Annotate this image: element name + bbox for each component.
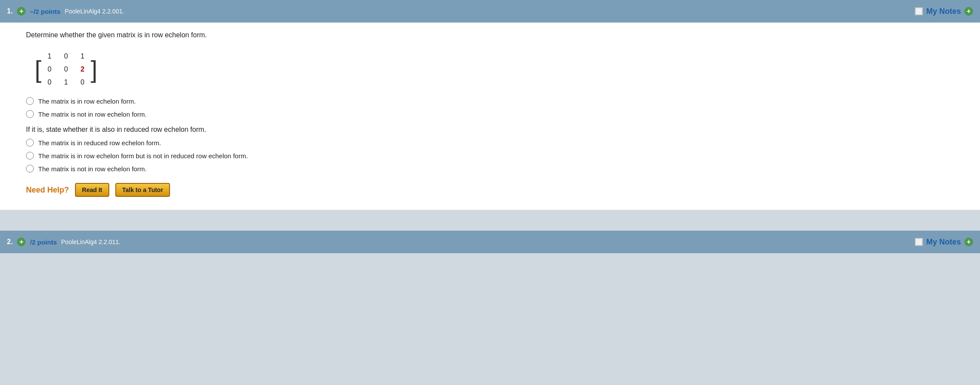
- question-2-add-icon[interactable]: +: [964, 238, 973, 246]
- question-2-header: 2. + /2 points PooleLinAlg4 2.2.011. My …: [0, 231, 980, 253]
- radio-not-echelon-label[interactable]: The matrix is not in row echelon form.: [38, 165, 147, 173]
- question-2-header-left: 2. + /2 points PooleLinAlg4 2.2.011.: [7, 238, 121, 246]
- question-2-number: 2.: [7, 238, 13, 246]
- problem-id: PooleLinAlg4 2.2.001.: [65, 8, 124, 15]
- radio-echelon-yes[interactable]: [26, 97, 34, 105]
- my-notes-add-icon[interactable]: +: [964, 7, 973, 16]
- radio-option-5: The matrix is not in row echelon form.: [26, 165, 954, 173]
- matrix-cells: 1 0 1 0 0 2 0 1 0: [43, 50, 88, 88]
- radio-echelon-yes-label[interactable]: The matrix is in row echelon form.: [38, 98, 136, 105]
- cell-1-0: 0: [43, 65, 56, 73]
- spacer: [0, 212, 980, 230]
- cell-0-1: 0: [60, 52, 72, 60]
- question-2-points: /2 points: [30, 238, 57, 246]
- header-left: 1. + –/2 points PooleLinAlg4 2.2.001.: [7, 7, 124, 16]
- question-2-problem-id: PooleLinAlg4 2.2.011.: [61, 238, 121, 245]
- section-label: If it is, state whether it is also in re…: [26, 126, 954, 134]
- matrix-bracket-right: ]: [91, 57, 98, 82]
- question-2-header-right: My Notes +: [915, 238, 973, 247]
- add-question-2-icon[interactable]: +: [17, 238, 26, 246]
- talk-to-tutor-button[interactable]: Talk to a Tutor: [115, 183, 170, 197]
- radio-not-echelon[interactable]: [26, 165, 34, 173]
- radio-echelon-not-reduced[interactable]: [26, 152, 34, 160]
- cell-2-2: 0: [76, 78, 88, 86]
- radio-option-4: The matrix is in row echelon form but is…: [26, 152, 954, 160]
- radio-option-1: The matrix is in row echelon form.: [26, 97, 954, 105]
- question-text: Determine whether the given matrix is in…: [26, 31, 954, 39]
- cell-0-2: 1: [76, 52, 88, 60]
- cell-1-1: 0: [60, 65, 72, 73]
- matrix-bracket-left: [: [35, 57, 42, 82]
- question-2-my-notes-checkbox[interactable]: [915, 238, 923, 246]
- cell-0-0: 1: [43, 52, 56, 60]
- my-notes-label[interactable]: My Notes: [926, 7, 961, 16]
- need-help-section: Need Help? Read It Talk to a Tutor: [26, 183, 954, 197]
- question-number: 1.: [7, 7, 13, 15]
- matrix: [ 1 0 1 0 0 2 0 1 0 ]: [35, 50, 98, 88]
- question-2-my-notes-label[interactable]: My Notes: [926, 238, 961, 247]
- cell-2-0: 0: [43, 78, 56, 86]
- radio-echelon-no[interactable]: [26, 110, 34, 118]
- radio-echelon-no-label[interactable]: The matrix is not in row echelon form.: [38, 111, 147, 118]
- cell-2-1: 1: [60, 78, 72, 86]
- header-right: My Notes +: [915, 7, 973, 16]
- points-text: –/2 points: [30, 8, 60, 15]
- question-1-block: 1. + –/2 points PooleLinAlg4 2.2.001. My…: [0, 0, 980, 210]
- radio-reduced-yes[interactable]: [26, 139, 34, 147]
- radio-reduced-yes-label[interactable]: The matrix is in reduced row echelon for…: [38, 139, 161, 147]
- radio-option-3: The matrix is in reduced row echelon for…: [26, 139, 954, 147]
- need-help-text: Need Help?: [26, 186, 69, 195]
- radio-echelon-not-reduced-label[interactable]: The matrix is in row echelon form but is…: [38, 152, 248, 160]
- radio-option-2: The matrix is not in row echelon form.: [26, 110, 954, 118]
- cell-1-2: 2: [76, 65, 88, 73]
- my-notes-checkbox[interactable]: [915, 7, 923, 15]
- question-1-header: 1. + –/2 points PooleLinAlg4 2.2.001. My…: [0, 0, 980, 23]
- add-question-icon[interactable]: +: [17, 7, 26, 16]
- read-it-button[interactable]: Read It: [75, 183, 109, 197]
- question-1-body: Determine whether the given matrix is in…: [0, 23, 980, 210]
